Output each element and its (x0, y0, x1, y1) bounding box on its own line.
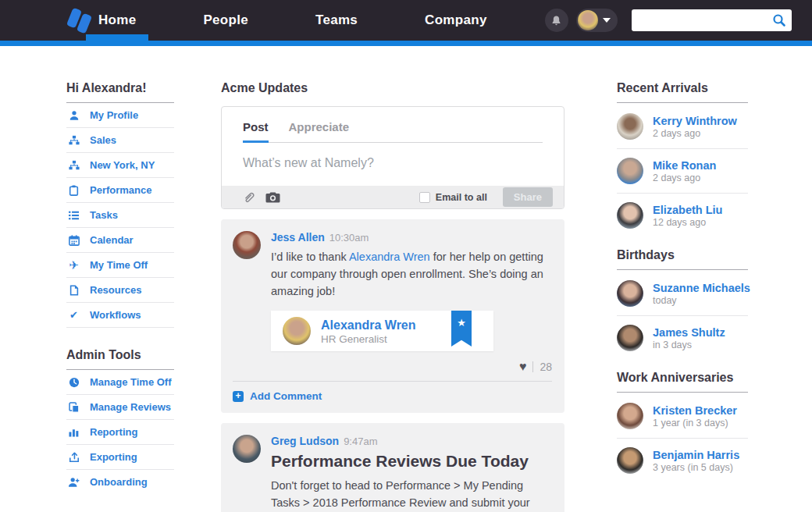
primary-nav: Home People Teams Company (89, 0, 545, 41)
plus-icon: + (233, 391, 244, 402)
email-to-all-label: Email to all (436, 192, 487, 203)
post-author-link[interactable]: Greg Ludson (271, 435, 339, 447)
avatar (617, 113, 643, 140)
composer-tabs: Post Appreciate (222, 107, 564, 142)
sidebar-item-onboarding[interactable]: Onboarding (66, 470, 174, 494)
nav-tab-company[interactable]: Company (415, 0, 497, 41)
person-sub: 3 years (in 5 days) (653, 462, 739, 473)
check-icon: ✔ (68, 309, 80, 321)
post-timestamp: 9:47am (344, 436, 377, 447)
feed-post: Jess Allen10:30am I’d like to thank Alex… (221, 219, 564, 413)
profile-card-name[interactable]: Alexandra Wren (321, 318, 416, 332)
sidebar-item-label: Exporting (90, 451, 137, 463)
nav-tab-people[interactable]: People (194, 0, 258, 41)
person-row[interactable]: James Shultz in 3 days (617, 316, 748, 360)
person-row[interactable]: Kerry Winthrow 2 days ago (617, 105, 748, 149)
person-name[interactable]: Kerry Winthrow (653, 115, 737, 127)
person-name[interactable]: Suzanne Michaels (653, 282, 750, 294)
feed-column: Acme Updates Post Appreciate Email to al… (221, 81, 564, 512)
birthdays-section: Birthdays Suzanne Michaels today James S… (617, 248, 748, 360)
sidebar-item-label: Resources (90, 284, 141, 296)
person-icon (68, 109, 80, 121)
sidebar-item-label: Tasks (90, 209, 118, 221)
user-menu[interactable] (576, 9, 618, 32)
sidebar-greeting: Hi Alexandra! (66, 81, 174, 103)
sidebar-item-calendar[interactable]: Calendar (66, 228, 174, 253)
sidebar-item-performance[interactable]: Performance (66, 178, 174, 203)
avatar (617, 325, 643, 351)
recent-arrivals-section: Recent Arrivals Kerry Winthrow 2 days ag… (617, 81, 748, 237)
sidebar-item-my-profile[interactable]: My Profile (66, 103, 174, 128)
notifications-button[interactable] (545, 9, 568, 32)
sidebar-item-resources[interactable]: Resources (66, 278, 174, 303)
tab-post[interactable]: Post (243, 120, 269, 143)
profile-card-role: HR Generalist (321, 333, 416, 345)
search-icon[interactable] (772, 13, 786, 27)
email-to-all-checkbox[interactable] (419, 192, 430, 203)
sidebar-item-new-york[interactable]: New York, NY (66, 153, 174, 178)
plane-icon: ✈ (68, 259, 80, 271)
avatar[interactable] (233, 231, 261, 259)
post-title: Performance Reviews Due Today (271, 452, 552, 471)
person-name[interactable]: Kristen Brecker (653, 404, 737, 417)
status-input[interactable] (222, 143, 564, 186)
person-sub: 2 days ago (653, 128, 737, 139)
star-icon: ★ (457, 317, 466, 347)
sidebar-item-label: Calendar (90, 234, 134, 246)
nav-tab-teams[interactable]: Teams (306, 0, 367, 41)
sidebar-item-sales[interactable]: Sales (66, 128, 174, 153)
sidebar-item-my-time-off[interactable]: ✈ My Time Off (66, 253, 174, 278)
avatar (617, 280, 643, 307)
post-composer: Post Appreciate Email to all Share (221, 106, 564, 209)
nav-tab-home[interactable]: Home (89, 0, 145, 41)
sidebar-item-manage-time-off[interactable]: Manage Time Off (66, 370, 174, 395)
copy-icon (68, 401, 80, 413)
search-input[interactable] (632, 9, 792, 31)
sidebar-item-label: Performance (90, 184, 151, 196)
mention-link[interactable]: Alexandra Wren (349, 251, 430, 263)
person-plus-icon (68, 476, 80, 488)
like-heart-icon[interactable]: ♥ (519, 361, 527, 373)
post-author-link[interactable]: Jess Allen (271, 231, 325, 244)
person-sub: 2 days ago (653, 172, 716, 183)
sidebar-item-manage-reviews[interactable]: Manage Reviews (66, 395, 174, 420)
right-rail: Recent Arrivals Kerry Winthrow 2 days ag… (617, 81, 748, 493)
person-sub: 1 year (in 3 days) (653, 418, 737, 428)
add-comment-button[interactable]: + Add Comment (233, 382, 552, 402)
avatar (617, 403, 643, 429)
sidebar-item-exporting[interactable]: Exporting (66, 445, 174, 470)
person-name[interactable]: James Shultz (653, 326, 725, 339)
avatar[interactable] (233, 435, 261, 463)
avatar (283, 317, 311, 345)
sidebar-item-workflows[interactable]: ✔ Workflows (66, 303, 174, 328)
sidebar-item-label: New York, NY (90, 159, 155, 171)
person-name[interactable]: Elizabeth Liu (653, 204, 722, 216)
left-sidebar: Hi Alexandra! My Profile Sales New York,… (66, 81, 174, 494)
person-row[interactable]: Mike Ronan 2 days ago (617, 149, 748, 194)
appreciation-ribbon[interactable]: ★ (451, 311, 472, 347)
paperclip-icon[interactable] (243, 191, 255, 204)
global-search (632, 9, 792, 31)
person-row[interactable]: Elizabeth Liu 12 days ago (617, 194, 748, 237)
sidebar-item-tasks[interactable]: Tasks (66, 203, 174, 228)
sidebar-item-label: Workflows (90, 309, 141, 321)
calendar-icon (68, 234, 80, 246)
camera-icon[interactable] (265, 191, 280, 203)
person-row[interactable]: Benjamin Harris 3 years (in 5 days) (617, 439, 748, 482)
admin-tools-heading: Admin Tools (66, 348, 174, 370)
profile-card[interactable]: Alexandra Wren HR Generalist ★ (271, 311, 493, 351)
clock-icon (68, 376, 80, 388)
sidebar-item-reporting[interactable]: Reporting (66, 420, 174, 445)
share-button[interactable]: Share (503, 187, 553, 207)
bar-chart-icon (68, 426, 80, 438)
person-row[interactable]: Suzanne Michaels today (617, 272, 748, 316)
person-row[interactable]: Kristen Brecker 1 year (in 3 days) (617, 394, 748, 439)
feed-title: Acme Updates (221, 81, 564, 95)
chevron-down-icon (603, 18, 611, 23)
section-heading: Work Anniversaries (617, 371, 748, 393)
person-name[interactable]: Benjamin Harris (653, 449, 739, 461)
top-navbar: Home People Teams Company (0, 0, 812, 41)
person-name[interactable]: Mike Ronan (653, 159, 716, 172)
tab-appreciate[interactable]: Appreciate (289, 120, 350, 142)
sidebar-item-label: My Profile (90, 109, 138, 121)
